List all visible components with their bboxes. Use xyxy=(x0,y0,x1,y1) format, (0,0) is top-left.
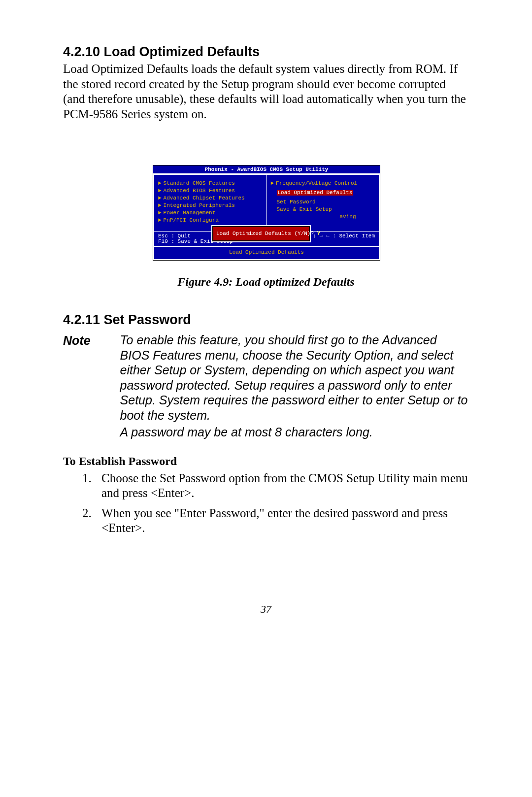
bios-footer-hint: Load Optimized Defaults xyxy=(154,247,379,259)
note-paragraph: To enable this feature, you should first… xyxy=(120,332,469,423)
triangle-icon: ► xyxy=(158,180,162,186)
section-paragraph-load-defaults: Load Optimized Defaults loads the defaul… xyxy=(63,62,469,122)
bios-menu-item[interactable]: Set Password xyxy=(277,199,376,205)
triangle-icon: ► xyxy=(271,180,274,186)
bios-menu-item[interactable]: ►Advanced BIOS Features xyxy=(158,188,264,194)
triangle-icon: ► xyxy=(158,210,162,216)
step-item: Choose the Set Password option from the … xyxy=(95,471,469,501)
triangle-icon: ► xyxy=(158,217,162,223)
subheading-establish-password: To Establish Password xyxy=(63,455,469,468)
bios-right-column: ►Frequency/Voltage Control Load Optimize… xyxy=(267,175,379,231)
triangle-icon: ► xyxy=(158,195,162,201)
bios-menu-item-selected[interactable]: Load Optimized Defaults xyxy=(277,190,354,196)
bios-menu-item[interactable]: ►PnP/PCI Configura xyxy=(158,218,264,223)
triangle-icon: ► xyxy=(158,188,162,194)
bios-menu-item[interactable]: ►Advanced Chipset Features xyxy=(158,196,264,201)
bios-menu-item[interactable]: ►Power Management xyxy=(158,210,264,216)
bios-menu-item[interactable]: ►Integrated Peripherals xyxy=(158,203,264,208)
bios-popup-answer[interactable]: Y xyxy=(317,231,321,236)
note-body: To enable this feature, you should first… xyxy=(120,332,469,442)
bios-popup-text: Load Optimized Defaults (Y/N)? xyxy=(216,231,314,236)
bios-menu-item[interactable]: Save & Exit Setup xyxy=(277,207,376,212)
note-label: Note xyxy=(63,332,91,442)
triangle-icon: ► xyxy=(158,202,162,208)
section-heading-set-password: 4.2.11 Set Password xyxy=(63,312,469,328)
bios-menu-item-partial: aving xyxy=(340,214,376,220)
step-item: When you see "Enter Password," enter the… xyxy=(95,506,469,536)
bios-confirm-popup[interactable]: Load Optimized Defaults (Y/N)? Y xyxy=(212,226,310,241)
section-heading-load-defaults: 4.2.10 Load Optimized Defaults xyxy=(63,44,469,60)
bios-menu-item[interactable]: ►Frequency/Voltage Control xyxy=(271,181,376,186)
note-paragraph: A password may be at most 8 characters l… xyxy=(120,425,469,440)
document-page: 4.2.10 Load Optimized Defaults Load Opti… xyxy=(0,0,532,797)
figure-caption: Figure 4.9: Load optimized Defaults xyxy=(63,275,469,289)
steps-list: Choose the Set Password option from the … xyxy=(75,471,469,536)
note-block: Note To enable this feature, you should … xyxy=(63,332,469,442)
bios-menu-item[interactable]: ►Standard CMOS Features xyxy=(158,181,264,186)
bios-body: ►Standard CMOS Features ►Advanced BIOS F… xyxy=(153,174,380,260)
bios-window: Phoenix - AwardBIOS CMOS Setup Utility ►… xyxy=(153,165,380,261)
page-number: 37 xyxy=(0,603,532,616)
bios-left-column: ►Standard CMOS Features ►Advanced BIOS F… xyxy=(154,175,267,231)
bios-title-bar: Phoenix - AwardBIOS CMOS Setup Utility xyxy=(153,166,380,174)
bios-figure: Phoenix - AwardBIOS CMOS Setup Utility ►… xyxy=(153,165,379,261)
